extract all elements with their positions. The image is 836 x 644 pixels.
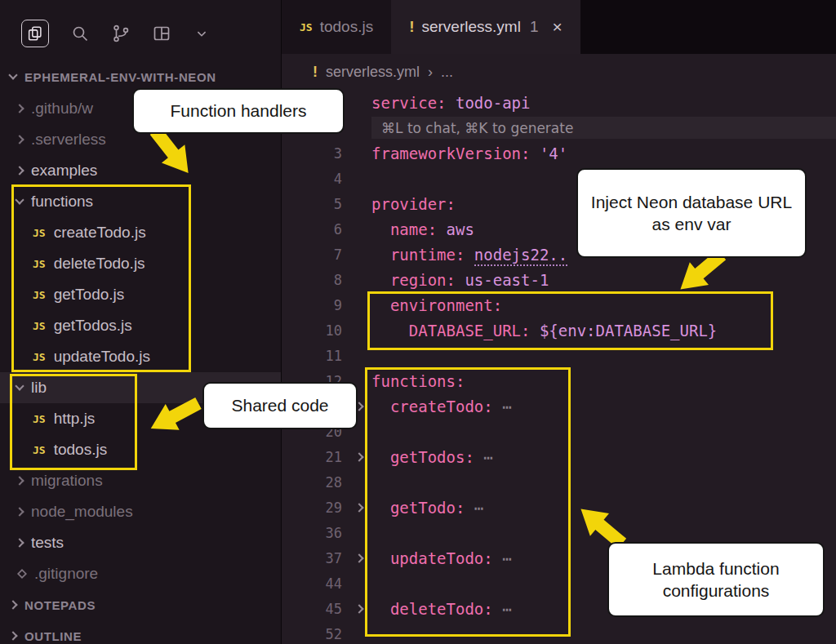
- code-text: updateTodo: ⋯: [371, 549, 512, 567]
- token: service:: [371, 94, 456, 112]
- line-number: 52: [282, 626, 347, 642]
- token: '4': [540, 144, 567, 162]
- javascript-file-icon: JS: [33, 258, 46, 270]
- code-line[interactable]: 20: [282, 419, 836, 444]
- token: functions:: [371, 372, 465, 390]
- tree-item-label: getTodo.js: [54, 286, 125, 304]
- tab-modified-count: 1: [530, 18, 539, 36]
- code-line[interactable]: ⌘L to chat, ⌘K to generate: [282, 115, 836, 140]
- tree-item-migrations[interactable]: migrations: [0, 465, 281, 496]
- line-number: 28: [282, 474, 347, 491]
- vscode-window: EPHEMERAL-ENV-WITH-NEON .github/w.server…: [0, 0, 836, 644]
- tree-item-label: http.js: [54, 410, 96, 428]
- chevron-right-icon: [354, 452, 363, 461]
- code-line[interactable]: 9 environment:: [282, 292, 836, 318]
- tree-item-functions[interactable]: functions: [0, 186, 281, 217]
- code-line[interactable]: 29 getTodo: ⋯: [282, 495, 836, 520]
- tree-item-label: examples: [31, 162, 97, 180]
- code-line[interactable]: 12functions:: [282, 368, 836, 393]
- code-line[interactable]: 8 region: us-east-1: [282, 267, 836, 292]
- tree-item-examples[interactable]: examples: [0, 155, 281, 186]
- javascript-file-icon: JS: [300, 21, 313, 33]
- line-number: 37: [282, 550, 347, 566]
- fold-chevron-icon[interactable]: [347, 555, 371, 562]
- token: nodejs22..: [474, 246, 567, 266]
- chevron-down-icon: [8, 70, 17, 79]
- warning-icon: !: [409, 18, 414, 36]
- tree-item-label: updateTodo.js: [54, 348, 150, 366]
- chevron-right-icon: [15, 476, 24, 485]
- code-line[interactable]: 11: [282, 343, 836, 368]
- tab-todos-js[interactable]: JStodos.js: [282, 0, 391, 54]
- tree-item-label: deleteTodo.js: [54, 255, 145, 273]
- breadcrumb-more[interactable]: ...: [441, 64, 453, 81]
- token: [371, 398, 390, 415]
- line-number: 7: [282, 246, 347, 263]
- token: [371, 296, 390, 314]
- code-text: frameworkVersion: '4': [371, 144, 567, 162]
- tree-item-node-modules[interactable]: node_modules: [0, 496, 281, 527]
- callout-inject-neon-url: Inject Neon database URL as env var: [576, 168, 807, 258]
- chevron-down-icon: [15, 381, 24, 390]
- token: [371, 448, 390, 466]
- code-line[interactable]: 10 DATABASE_URL: ${env:DATABASE_URL}: [282, 318, 836, 343]
- tab-serverless-yml[interactable]: !serverless.yml1×: [391, 0, 580, 54]
- tree-item-label: functions: [31, 193, 93, 211]
- close-icon[interactable]: ×: [552, 17, 562, 37]
- tree-item--gitignore[interactable]: .gitignore: [0, 558, 281, 589]
- line-number: 36: [282, 525, 347, 541]
- javascript-file-icon: JS: [33, 320, 46, 332]
- code-line[interactable]: service: todo-api: [282, 90, 836, 115]
- tree-item-label: createTodo.js: [54, 224, 146, 242]
- tree-item-label: tests: [31, 534, 64, 552]
- line-number: 5: [282, 196, 347, 212]
- breadcrumb-file[interactable]: serverless.yml: [326, 64, 420, 81]
- tree-item-label: lib: [31, 379, 47, 397]
- chevron-right-icon: [354, 553, 363, 562]
- code-line[interactable]: 13 createTodo: ⋯: [282, 393, 836, 419]
- explorer-title: EPHEMERAL-ENV-WITH-NEON: [24, 70, 216, 84]
- token: aws: [447, 220, 474, 238]
- sidebar-section-outline[interactable]: OUTLINE: [0, 620, 281, 644]
- inline-ai-hint: ⌘L to chat, ⌘K to generate: [371, 117, 836, 139]
- chevron-down-icon[interactable]: [193, 24, 211, 42]
- fold-chevron-icon[interactable]: [347, 606, 371, 612]
- file-tree: .github/w.serverlessexamplesfunctionsJSc…: [0, 93, 281, 589]
- token: getTodo:: [390, 499, 474, 517]
- tree-item-label: migrations: [31, 472, 103, 490]
- files-icon[interactable]: [21, 20, 49, 47]
- tree-item-tests[interactable]: tests: [0, 527, 281, 558]
- tree-item-updatetodo-js[interactable]: JSupdateTodo.js: [0, 341, 281, 372]
- tree-item-todos-js[interactable]: JStodos.js: [0, 434, 281, 465]
- fold-chevron-icon[interactable]: [347, 454, 371, 460]
- breadcrumb[interactable]: ! serverless.yml › ...: [282, 54, 836, 90]
- tree-item-createtodo-js[interactable]: JScreateTodo.js: [0, 217, 281, 248]
- tree-item-gettodo-js[interactable]: JSgetTodo.js: [0, 279, 281, 310]
- chevron-right-icon: [15, 104, 24, 113]
- code-line[interactable]: 28: [282, 469, 836, 495]
- callout-shared-code: Shared code: [202, 382, 358, 429]
- code-line[interactable]: 52: [282, 621, 836, 644]
- search-icon[interactable]: [70, 24, 90, 43]
- tree-item-label: .github/w: [31, 100, 93, 118]
- token: [371, 499, 390, 517]
- tree-item-gettodos-js[interactable]: JSgetTodos.js: [0, 310, 281, 341]
- tree-item-label: todos.js: [54, 441, 107, 459]
- source-control-icon[interactable]: [111, 24, 131, 43]
- token: DATABASE_URL:: [409, 322, 540, 340]
- code-text: DATABASE_URL: ${env:DATABASE_URL}: [371, 322, 717, 340]
- line-number: 45: [282, 601, 347, 617]
- line-number: 29: [282, 500, 347, 516]
- line-number: 11: [282, 348, 347, 364]
- tree-item-deletetodo-js[interactable]: JSdeleteTodo.js: [0, 248, 281, 279]
- editor-layout-icon[interactable]: [152, 24, 171, 43]
- chevron-right-icon: [354, 503, 363, 512]
- sidebar-section-notepads[interactable]: NOTEPADS: [0, 589, 281, 620]
- token: ⋯: [502, 600, 511, 618]
- chevron-right-icon: [15, 135, 24, 144]
- javascript-file-icon: JS: [33, 289, 46, 301]
- javascript-file-icon: JS: [33, 413, 46, 425]
- fold-chevron-icon[interactable]: [347, 504, 371, 511]
- code-line[interactable]: 21 getTodos: ⋯: [282, 444, 836, 469]
- code-line[interactable]: 3frameworkVersion: '4': [282, 140, 836, 166]
